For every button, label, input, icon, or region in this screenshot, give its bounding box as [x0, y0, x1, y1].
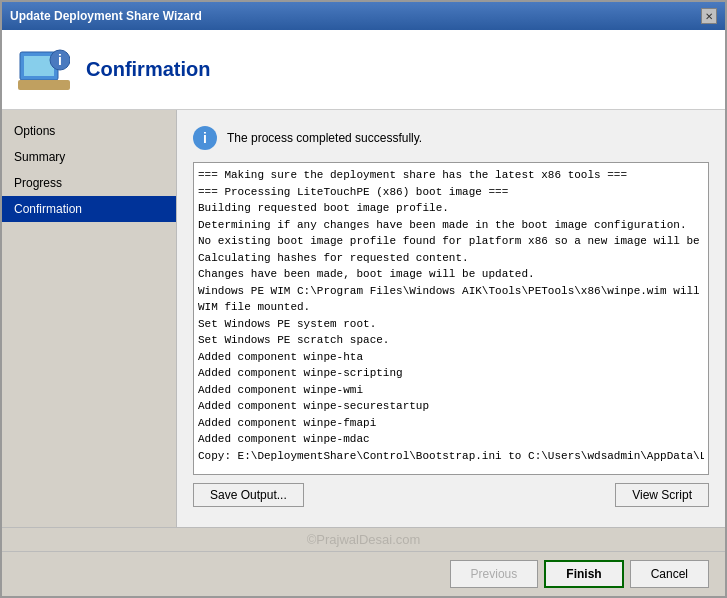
header-section: i Confirmation: [2, 30, 725, 110]
sidebar: Options Summary Progress Confirmation: [2, 110, 177, 527]
svg-text:i: i: [58, 52, 62, 68]
status-message: i The process completed successfully.: [193, 126, 709, 150]
view-script-button[interactable]: View Script: [615, 483, 709, 507]
wizard-icon: i: [18, 44, 70, 96]
watermark: ©PrajwalDesai.com: [2, 528, 725, 551]
content-area: i The process completed successfully. ==…: [177, 110, 725, 527]
svg-rect-2: [18, 80, 70, 90]
previous-button[interactable]: Previous: [450, 560, 539, 588]
sidebar-item-summary[interactable]: Summary: [2, 144, 176, 170]
sidebar-item-progress[interactable]: Progress: [2, 170, 176, 196]
footer-buttons: Previous Finish Cancel: [2, 551, 725, 596]
title-bar: Update Deployment Share Wizard ✕: [2, 2, 725, 30]
sidebar-item-confirmation[interactable]: Confirmation: [2, 196, 176, 222]
sidebar-item-options[interactable]: Options: [2, 118, 176, 144]
page-title: Confirmation: [86, 58, 210, 81]
status-text: The process completed successfully.: [227, 131, 422, 145]
log-area: === Making sure the deployment share has…: [193, 162, 709, 475]
info-icon: i: [193, 126, 217, 150]
svg-rect-1: [24, 56, 54, 76]
main-window: Update Deployment Share Wizard ✕ i Confi…: [0, 0, 727, 598]
close-button[interactable]: ✕: [701, 8, 717, 24]
cancel-button[interactable]: Cancel: [630, 560, 709, 588]
finish-button[interactable]: Finish: [544, 560, 623, 588]
main-content: Options Summary Progress Confirmation i …: [2, 110, 725, 527]
log-buttons: Save Output... View Script: [193, 483, 709, 507]
save-output-button[interactable]: Save Output...: [193, 483, 304, 507]
log-content[interactable]: === Making sure the deployment share has…: [198, 167, 704, 470]
window-title: Update Deployment Share Wizard: [10, 9, 202, 23]
